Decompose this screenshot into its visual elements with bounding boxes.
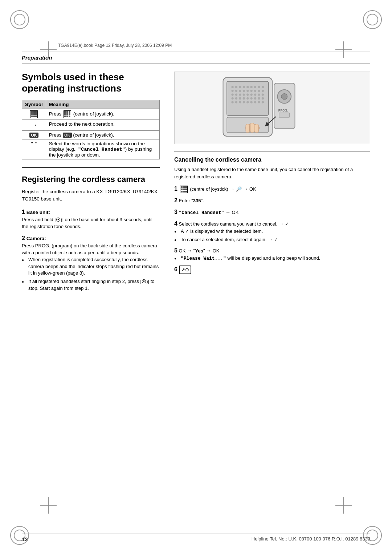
- right-bullet-4-1: A ✓ is displayed with the selected item.: [174, 228, 370, 235]
- grid-icon-inline: [64, 110, 71, 118]
- svg-point-50: [281, 93, 287, 100]
- right-step-num-6: 6: [174, 266, 177, 272]
- ok-icon-step3: OK: [232, 210, 239, 215]
- svg-point-30: [235, 97, 237, 100]
- right-step-num-2: 2: [174, 197, 177, 203]
- svg-point-46: [262, 101, 264, 103]
- svg-point-38: [231, 101, 233, 103]
- step-label-1: Base unit:: [26, 210, 50, 215]
- svg-point-21: [235, 93, 237, 96]
- svg-point-6: [246, 86, 249, 88]
- svg-rect-56: [255, 124, 258, 133]
- right-bullet-4-2: To cancel a selected item, select it aga…: [174, 236, 370, 243]
- svg-rect-54: [246, 124, 249, 133]
- reg-heading: Registering the cordless camera: [22, 174, 160, 185]
- svg-point-33: [246, 97, 249, 100]
- file-meta: TGA914E(e).book Page 12 Friday, July 28,…: [58, 43, 172, 48]
- grid-icon-step1: [180, 186, 188, 193]
- corner-decoration-tl: [10, 10, 29, 29]
- table-row: Press (centre of joystick).: [22, 109, 160, 120]
- meaning-cell-grid: Press (centre of joystick).: [46, 109, 159, 120]
- top-rule: [22, 52, 370, 52]
- table-row: " " Select the words in quotations shown…: [22, 139, 160, 159]
- svg-point-22: [239, 93, 241, 96]
- step-num-2: 2: [22, 235, 25, 241]
- ok-symbol: OK: [29, 133, 38, 138]
- symbol-cell-arrow: →: [22, 120, 46, 131]
- table-row: → Proceed to the next operation.: [22, 120, 160, 131]
- step-body-2: Press PROG. (program) on the back side o…: [22, 243, 160, 256]
- table-header-symbol: Symbol: [22, 100, 46, 109]
- section-divider: [22, 64, 370, 64]
- svg-point-27: [258, 93, 260, 96]
- section-label: Preparation: [22, 54, 370, 61]
- left-column: Symbols used in these operating instruct…: [22, 72, 160, 296]
- svg-point-9: [258, 86, 260, 88]
- columns: Symbols used in these operating instruct…: [22, 72, 370, 296]
- svg-point-40: [239, 101, 241, 103]
- bottom-text: 12 Helpline Tel. No.: U.K. 08700 100 076…: [22, 536, 370, 542]
- svg-point-25: [250, 93, 253, 96]
- svg-point-7: [250, 86, 253, 88]
- svg-point-28: [262, 93, 264, 96]
- svg-point-37: [262, 97, 264, 100]
- svg-point-12: [235, 90, 237, 92]
- svg-point-13: [239, 90, 241, 92]
- right-step-num-4: 4: [174, 220, 177, 227]
- step-2-bullets: When registration is completed successfu…: [22, 256, 160, 292]
- svg-point-10: [262, 86, 264, 88]
- symbol-cell-ok: OK: [22, 131, 46, 139]
- ok-icon-step5a: OK: [179, 248, 186, 254]
- svg-point-34: [250, 97, 253, 100]
- symbol-table: Symbol Meaning: [22, 100, 160, 159]
- svg-point-45: [258, 101, 260, 103]
- svg-point-35: [254, 97, 256, 100]
- bottom-rule: [22, 534, 370, 534]
- svg-point-18: [258, 90, 260, 92]
- right-step-num-1: 1: [174, 186, 177, 192]
- svg-point-29: [231, 97, 233, 100]
- grid-symbol: [30, 110, 38, 118]
- symbol-cell-quote: " ": [22, 139, 46, 159]
- ok-icon-step5b: OK: [213, 248, 220, 254]
- svg-point-23: [243, 93, 245, 96]
- right-step-num-3: 3: [174, 209, 177, 215]
- corner-decoration-tr: [363, 10, 382, 29]
- helpline-text: Helpline Tel. No.: U.K. 08700 100 076 R.…: [252, 536, 370, 542]
- right-step-5: 5 OK → "Yes" → OK "Please Wait..." will …: [174, 246, 370, 262]
- device-illustration: PROG.: [175, 72, 370, 144]
- svg-rect-52: [279, 113, 290, 118]
- step-2: 2 Camera: Press PROG. (program) on the b…: [22, 234, 160, 292]
- right-step-6: 6 ↗⊙: [174, 265, 370, 274]
- svg-point-43: [250, 101, 253, 103]
- cancelling-intro: Using a handset registered to the same b…: [174, 166, 370, 180]
- svg-text:PROG.: PROG.: [278, 109, 288, 112]
- main-content: Preparation Symbols used in these operat…: [22, 54, 370, 519]
- svg-point-36: [258, 97, 260, 100]
- svg-point-26: [254, 93, 256, 96]
- step-num-1: 1: [22, 209, 25, 215]
- meaning-cell-ok: Press OK (centre of joystick).: [46, 131, 159, 139]
- page-number: 12: [22, 536, 28, 542]
- step-body-1: Press and hold [⦿)] on the base unit for…: [22, 216, 160, 230]
- svg-point-20: [231, 93, 233, 96]
- right-step-4-bullets: A ✓ is displayed with the selected item.…: [174, 228, 370, 243]
- svg-point-11: [231, 90, 233, 92]
- svg-point-2: [231, 86, 233, 88]
- svg-point-3: [235, 86, 237, 88]
- right-bullet-5-1: "Please Wait..." will be displayed and a…: [174, 255, 370, 262]
- cancelling-heading: Cancelling the cordless camera: [174, 157, 370, 163]
- right-column: PROG.: [174, 72, 370, 296]
- svg-point-17: [254, 90, 256, 92]
- svg-point-16: [250, 90, 253, 92]
- ok-icon-step1: OK: [249, 186, 256, 192]
- svg-point-24: [246, 93, 249, 96]
- svg-point-14: [243, 90, 245, 92]
- svg-point-44: [254, 101, 256, 103]
- table-row: OK Press OK (centre of joystick).: [22, 131, 160, 139]
- right-step-num-5: 5: [174, 247, 177, 254]
- bullet-2: If all registered handsets start ringing…: [22, 278, 160, 292]
- phone-icon: ↗⊙: [179, 266, 191, 274]
- page: TGA914E(e).book Page 12 Friday, July 28,…: [0, 0, 392, 555]
- meaning-cell-quote: Select the words in quotations shown on …: [46, 139, 159, 159]
